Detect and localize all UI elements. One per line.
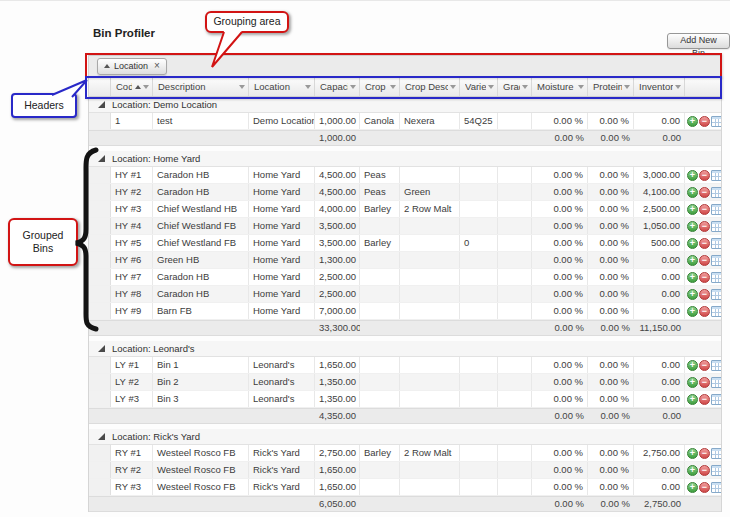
details-grid-icon[interactable] [711, 306, 721, 317]
add-icon[interactable]: + [687, 170, 698, 181]
group-header-row[interactable]: Location: Rick's Yard [89, 429, 721, 445]
add-icon[interactable]: + [687, 187, 698, 198]
table-row[interactable]: LY #2Bin 2Leonard's1,350.000.00 %0.00 %0… [89, 374, 721, 391]
add-icon[interactable]: + [687, 255, 698, 266]
table-row[interactable]: HY #7Caradon HBHome Yard2,500.000.00 %0.… [89, 269, 721, 286]
column-menu-icon[interactable] [624, 85, 630, 89]
remove-icon[interactable]: − [699, 289, 710, 300]
details-grid-icon[interactable] [711, 204, 721, 215]
column-menu-icon[interactable] [450, 85, 456, 89]
remove-icon[interactable]: − [699, 306, 710, 317]
details-grid-icon[interactable] [711, 482, 721, 493]
table-row[interactable]: RY #1Westeel Rosco FBRick's Yard2,750.00… [89, 445, 721, 462]
table-row[interactable]: RY #2Westeel Rosco FBRick's Yard1,650.00… [89, 462, 721, 479]
details-grid-icon[interactable] [711, 448, 721, 459]
collapse-group-icon[interactable] [98, 101, 105, 108]
add-icon[interactable]: + [687, 482, 698, 493]
add-icon[interactable]: + [687, 394, 698, 405]
details-grid-icon[interactable] [711, 272, 721, 283]
details-grid-icon[interactable] [711, 116, 721, 127]
grouping-bar[interactable]: Location × [89, 55, 721, 77]
table-row[interactable]: HY #6Green HBHome Yard1,300.000.00 %0.00… [89, 252, 721, 269]
column-header-description[interactable]: Description [153, 77, 249, 96]
table-row[interactable]: HY #3Chief Westland HBHome Yard4,000.00B… [89, 201, 721, 218]
remove-icon[interactable]: − [699, 116, 710, 127]
details-grid-icon[interactable] [711, 221, 721, 232]
remove-icon[interactable]: − [699, 187, 710, 198]
table-row[interactable]: HY #5Chief Westland FBHome Yard3,500.00B… [89, 235, 721, 252]
collapse-group-icon[interactable] [98, 433, 105, 440]
column-menu-icon[interactable] [578, 85, 584, 89]
collapse-group-icon[interactable] [98, 155, 105, 162]
add-icon[interactable]: + [687, 221, 698, 232]
column-header-capacity[interactable]: Capacity [315, 77, 360, 96]
details-grid-icon[interactable] [711, 187, 721, 198]
details-grid-icon[interactable] [711, 377, 721, 388]
details-grid-icon[interactable] [711, 394, 721, 405]
add-icon[interactable]: + [687, 272, 698, 283]
column-menu-icon[interactable] [350, 85, 356, 89]
add-icon[interactable]: + [687, 465, 698, 476]
column-header-code[interactable]: Code [111, 77, 153, 96]
remove-icon[interactable]: − [699, 377, 710, 388]
column-menu-icon[interactable] [390, 85, 396, 89]
column-header-location[interactable]: Location [249, 77, 315, 96]
remove-group-icon[interactable]: × [154, 61, 160, 71]
column-header-grade[interactable]: Grade [498, 77, 532, 96]
remove-icon[interactable]: − [699, 448, 710, 459]
remove-icon[interactable]: − [699, 204, 710, 215]
column-header-crop[interactable]: Crop [360, 77, 400, 96]
details-grid-icon[interactable] [711, 238, 721, 249]
column-header-protein[interactable]: Protein [588, 77, 634, 96]
sort-ascending-icon[interactable] [104, 64, 110, 68]
group-header-row[interactable]: Location: Home Yard [89, 151, 721, 167]
table-row[interactable]: HY #1Caradon HBHome Yard4,500.00Peas0.00… [89, 167, 721, 184]
table-row[interactable]: HY #8Caradon HBHome Yard2,500.000.00 %0.… [89, 286, 721, 303]
table-row[interactable]: HY #2Caradon HBHome Yard4,500.00PeasGree… [89, 184, 721, 201]
add-icon[interactable]: + [687, 306, 698, 317]
remove-icon[interactable]: − [699, 238, 710, 249]
remove-icon[interactable]: − [699, 221, 710, 232]
details-grid-icon[interactable] [711, 465, 721, 476]
remove-icon[interactable]: − [699, 465, 710, 476]
details-grid-icon[interactable] [711, 360, 721, 371]
column-menu-icon[interactable] [143, 85, 149, 89]
column-header-moisture[interactable]: Moisture [532, 77, 588, 96]
add-icon[interactable]: + [687, 289, 698, 300]
column-header-crop_desc[interactable]: Crop Desc [400, 77, 460, 96]
column-menu-icon[interactable] [305, 85, 311, 89]
details-grid-icon[interactable] [711, 289, 721, 300]
column-menu-icon[interactable] [488, 85, 494, 89]
add-icon[interactable]: + [687, 204, 698, 215]
table-row[interactable]: LY #3Bin 3Leonard's1,350.000.00 %0.00 %0… [89, 391, 721, 408]
remove-icon[interactable]: − [699, 272, 710, 283]
column-menu-icon[interactable] [239, 85, 245, 89]
column-menu-icon[interactable] [675, 85, 681, 89]
table-row[interactable]: HY #4Chief Westland FBHome Yard3,500.000… [89, 218, 721, 235]
add-new-bin-button[interactable]: Add New Bin [667, 33, 730, 49]
remove-icon[interactable]: − [699, 360, 710, 371]
add-icon[interactable]: + [687, 448, 698, 459]
group-header-row[interactable]: Location: Leonard's [89, 341, 721, 357]
details-grid-icon[interactable] [711, 170, 721, 181]
remove-icon[interactable]: − [699, 482, 710, 493]
add-icon[interactable]: + [687, 116, 698, 127]
remove-icon[interactable]: − [699, 255, 710, 266]
table-row[interactable]: RY #3Westeel Rosco FBRick's Yard1,650.00… [89, 479, 721, 496]
table-row[interactable]: HY #9Barn FBHome Yard7,000.000.00 %0.00 … [89, 303, 721, 320]
remove-icon[interactable]: − [699, 394, 710, 405]
table-row[interactable]: 1testDemo Location1,000.00CanolaNexera54… [89, 113, 721, 130]
add-icon[interactable]: + [687, 238, 698, 249]
add-icon[interactable]: + [687, 360, 698, 371]
group-header-row[interactable]: Location: Demo Location [89, 97, 721, 113]
column-menu-icon[interactable] [522, 85, 528, 89]
group-chip-location[interactable]: Location × [97, 58, 167, 75]
details-grid-icon[interactable] [711, 255, 721, 266]
collapse-group-icon[interactable] [98, 345, 105, 352]
table-row[interactable]: LY #1Bin 1Leonard's1,650.000.00 %0.00 %0… [89, 357, 721, 374]
row-actions: +− [685, 303, 721, 319]
remove-icon[interactable]: − [699, 170, 710, 181]
add-icon[interactable]: + [687, 377, 698, 388]
column-header-variety[interactable]: Variety [460, 77, 498, 96]
column-header-inventory[interactable]: Inventory [634, 77, 685, 96]
